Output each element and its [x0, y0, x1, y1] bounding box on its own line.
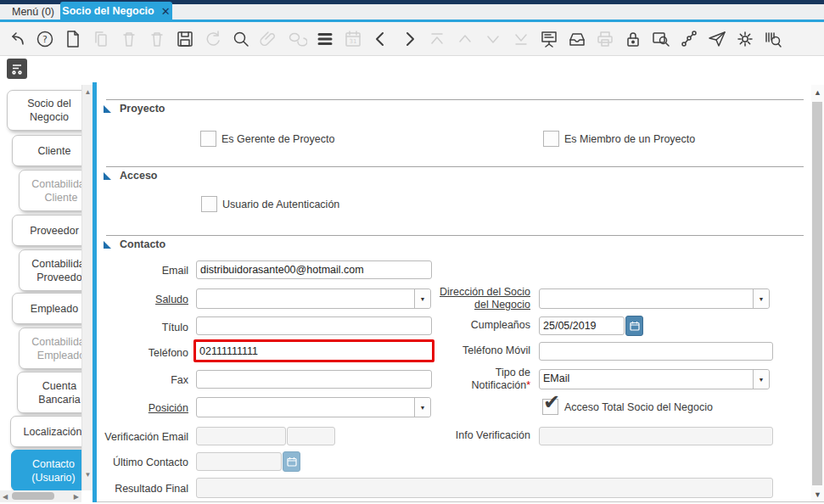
sidebar-tab-label: Localización	[24, 425, 81, 439]
es-miembro-checkbox[interactable]	[543, 131, 559, 147]
delete-selection-icon	[147, 29, 167, 49]
workflow-icon[interactable]	[679, 29, 699, 49]
lock-icon[interactable]	[623, 29, 643, 49]
content-vertical-scrollbar[interactable]: ▲ ▼	[811, 85, 824, 502]
resultado-final-label: Resultado Final	[97, 483, 188, 496]
es-miembro-label: Es Miembro de un Proyecto	[564, 133, 695, 145]
archive-icon[interactable]	[567, 29, 587, 49]
tipo-notificacion-combobox[interactable]: EMail ▼	[539, 369, 770, 389]
close-tab-icon[interactable]: ✕	[161, 6, 171, 17]
new-record-icon[interactable]	[63, 29, 83, 49]
acceso-total-checkbox[interactable]	[542, 399, 558, 415]
verificacion-email-label: Verificación Email	[97, 431, 188, 444]
section-separator	[106, 99, 804, 100]
svg-text:?: ?	[42, 34, 48, 45]
usuario-autenticacion-label: Usuario de Autenticación	[222, 199, 339, 210]
scrollbar-thumb[interactable]	[12, 492, 54, 500]
content-bottom-border	[97, 501, 824, 502]
chat-icon	[287, 29, 307, 49]
saludo-combobox[interactable]: ▼	[196, 288, 431, 309]
scrollbar-thumb[interactable]	[812, 102, 822, 485]
sidebar-tab-contacto-usuario-[interactable]: Contacto (Usuario)	[11, 450, 81, 490]
sidebar-tab-localizaci-n[interactable]: Localización	[10, 416, 81, 447]
sidebar-tab-cliente[interactable]: Cliente	[12, 135, 81, 166]
scroll-left-icon[interactable]: ◀	[3, 493, 8, 501]
telefono-field[interactable]	[193, 339, 434, 362]
sidebar-tab-contabilidad-proveedor[interactable]: Contabilidad Proveedor	[19, 249, 81, 291]
form-content: Proyecto Es Gerente de Proyecto Es Miemb…	[97, 56, 811, 504]
sidebar-tab-proveedor[interactable]: Proveedor	[12, 215, 81, 246]
chevron-down-icon[interactable]: ▼	[414, 398, 430, 417]
undo-icon[interactable]	[7, 29, 27, 49]
saludo-label[interactable]: Saludo	[97, 294, 188, 306]
fax-field[interactable]	[196, 370, 432, 389]
cumpleanos-field[interactable]	[539, 316, 625, 335]
sidebar-horizontal-scrollbar[interactable]: ◀ ▶	[0, 490, 81, 502]
section-separator	[106, 235, 804, 236]
sidebar-tab-socio-del-negocio[interactable]: Socio del Negocio	[7, 90, 81, 131]
usuario-autenticacion-checkbox[interactable]	[201, 196, 217, 212]
section-header-proyecto[interactable]: Proyecto	[104, 103, 165, 115]
chevron-down-icon[interactable]: ▼	[414, 289, 430, 308]
direccion-socio-combobox[interactable]: ▼	[539, 288, 770, 309]
first-record-icon	[427, 29, 447, 49]
last-record-icon	[511, 29, 531, 49]
collapse-triangle-icon[interactable]	[104, 172, 111, 180]
product-info-icon[interactable]	[763, 29, 783, 49]
toggle-detail-icon[interactable]	[7, 59, 27, 79]
ultimo-contacto-field	[196, 452, 282, 471]
collapse-triangle-icon[interactable]	[104, 105, 111, 113]
direccion-socio-label[interactable]: Dirección del Socio del Negocio	[439, 286, 530, 311]
sidebar-vertical-scrollbar[interactable]: ▲ ▼	[81, 85, 92, 490]
scroll-up-icon[interactable]: ▲	[83, 88, 92, 96]
posicion-combobox[interactable]: ▼	[196, 397, 431, 417]
sidebar-tab-contabilidad-cliente: Contabilidad Cliente	[19, 170, 81, 211]
telefono-movil-field[interactable]	[539, 342, 773, 361]
section-header-contacto[interactable]: Contacto	[104, 238, 165, 250]
section-separator	[106, 166, 804, 167]
find-icon[interactable]	[231, 29, 251, 49]
save-icon[interactable]	[175, 29, 195, 49]
posicion-label[interactable]: Posición	[97, 402, 188, 415]
sidebar-tab-cuenta-bancaria[interactable]: Cuenta Bancaria	[17, 372, 81, 413]
email-label: Email	[97, 265, 188, 277]
info-verificacion-field	[539, 427, 773, 445]
sidebar-tab-label: Socio del Negocio	[11, 97, 81, 124]
telefono-movil-label: Teléfono Móvil	[439, 344, 530, 357]
chevron-down-icon[interactable]: ▼	[753, 289, 769, 308]
zoom-across-icon[interactable]	[651, 29, 671, 49]
previous-record-icon[interactable]	[371, 29, 391, 49]
help-icon[interactable]: ?	[35, 29, 55, 49]
tab-menu-label: Menú (0)	[12, 6, 54, 18]
preferences-icon[interactable]	[735, 29, 755, 49]
scroll-down-icon[interactable]: ▼	[83, 471, 92, 479]
next-record-icon[interactable]	[399, 29, 419, 49]
section-header-acceso[interactable]: Acceso	[104, 170, 157, 182]
titulo-field[interactable]	[196, 316, 432, 335]
ultimo-contacto-calendar-icon	[283, 451, 300, 472]
required-asterisk: *	[526, 379, 530, 391]
es-gerente-checkbox[interactable]	[200, 131, 216, 147]
scroll-right-icon[interactable]: ▶	[74, 493, 79, 501]
verificacion-email-field-1	[196, 427, 286, 445]
svg-text:31: 31	[350, 38, 357, 45]
tab-menu[interactable]: Menú (0)	[7, 4, 59, 20]
copy-record-icon	[91, 29, 111, 49]
sidebar-tab-label: Contabilidad Empleado	[23, 335, 81, 362]
report-icon[interactable]	[539, 29, 559, 49]
tab-socio-del-negocio[interactable]: Socio del Negocio ✕	[60, 2, 172, 20]
detail-record-icon	[483, 29, 503, 49]
sidebar-tabs: Socio del NegocioClienteContabilidad Cli…	[0, 85, 81, 490]
scroll-down-icon[interactable]: ▼	[811, 490, 824, 499]
sidebar-tab-empleado[interactable]: Empleado	[12, 293, 81, 324]
titulo-label: Título	[97, 322, 188, 334]
send-mail-icon[interactable]	[707, 29, 727, 49]
cumpleanos-calendar-icon[interactable]	[625, 316, 643, 336]
collapse-triangle-icon[interactable]	[104, 241, 111, 249]
tipo-notificacion-label: Tipo de Notificación*	[439, 367, 530, 392]
grid-toggle-icon[interactable]	[315, 29, 335, 49]
scroll-up-icon[interactable]: ▲	[811, 88, 824, 97]
sidebar-tab-label: Cuenta Bancaria	[21, 379, 81, 406]
email-field[interactable]	[196, 260, 432, 279]
chevron-down-icon[interactable]: ▼	[753, 370, 769, 389]
